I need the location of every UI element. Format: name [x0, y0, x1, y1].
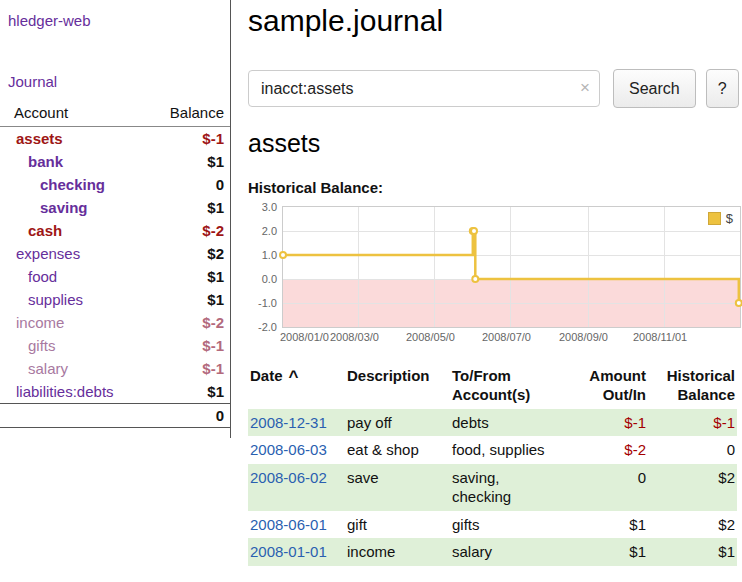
account-balance: $1	[150, 265, 230, 288]
balance-chart: 3.0 2.0 1.0 0.0 -1.0 -2.0	[282, 206, 741, 349]
account-link-liabilities-debts[interactable]: liabilities:debts	[16, 383, 114, 400]
x-tick: 2008/03/0	[330, 331, 379, 343]
account-row: saving$1	[0, 196, 230, 219]
amount-cell: $1	[562, 538, 648, 566]
balance-cell: $1	[648, 538, 737, 566]
accounts-cell: gifts	[450, 511, 562, 539]
account-link-food[interactable]: food	[28, 268, 57, 285]
account-row: cash$-2	[0, 219, 230, 242]
x-tick: 2008/07/0	[482, 331, 531, 343]
account-balance: $-1	[150, 357, 230, 380]
register-row: 2008-12-31 pay off debts $-1 $-1	[248, 409, 737, 437]
account-link-saving[interactable]: saving	[40, 199, 88, 216]
accounts-cell: saving, checking	[450, 464, 562, 511]
x-tick: 2008/05/0	[406, 331, 455, 343]
sidebar-item-journal[interactable]: Journal	[0, 73, 65, 90]
clear-search-icon[interactable]: ×	[580, 78, 590, 98]
account-balance: $-1	[150, 334, 230, 357]
account-link-cash[interactable]: cash	[28, 222, 62, 239]
amount-cell: $-1	[562, 409, 648, 437]
register-row: 2008-06-01 gift gifts $1 $2	[248, 511, 737, 539]
account-link-salary[interactable]: salary	[28, 360, 68, 377]
accounts-total: 0	[150, 404, 230, 428]
account-row: liabilities:debts$1	[0, 380, 230, 404]
search-input[interactable]	[248, 70, 600, 107]
app: hledger-web Journal Account Balance asse…	[0, 0, 742, 566]
register-header-date[interactable]: Date^	[248, 365, 345, 409]
balance-cell: 0	[648, 436, 737, 464]
sidebar: hledger-web Journal Account Balance asse…	[0, 0, 231, 438]
x-tick: 2008/01/0	[280, 331, 329, 343]
account-balance: $1	[150, 196, 230, 219]
accounts-table: Account Balance assets$-1 bank$1 checkin…	[0, 102, 230, 428]
y-tick: 0.0	[245, 273, 277, 285]
amount-cell: $-2	[562, 436, 648, 464]
account-link-income[interactable]: income	[16, 314, 64, 331]
chart-title: Historical Balance:	[248, 179, 742, 196]
account-row: food$1	[0, 265, 230, 288]
balance-chart-svg	[283, 207, 740, 327]
accounts-total-row: 0	[0, 404, 230, 428]
help-button[interactable]: ?	[706, 69, 739, 108]
accounts-header-balance: Balance	[150, 102, 230, 127]
account-row: checking0	[0, 173, 230, 196]
account-balance: 0	[150, 173, 230, 196]
accounts-cell: food, supplies	[450, 436, 562, 464]
account-link-assets[interactable]: assets	[16, 130, 63, 147]
legend-swatch	[708, 212, 721, 225]
account-row: salary$-1	[0, 357, 230, 380]
account-balance: $1	[150, 150, 230, 173]
description-cell: save	[345, 464, 450, 511]
register-table: Date^ Description To/From Account(s) Amo…	[248, 365, 737, 566]
search-input-wrap: ×	[248, 70, 600, 107]
legend-label: $	[726, 211, 733, 226]
page-title: sample.journal	[248, 4, 742, 38]
date-link[interactable]: 2008-06-01	[250, 516, 327, 533]
description-cell: income	[345, 538, 450, 566]
account-row: supplies$1	[0, 288, 230, 311]
date-link[interactable]: 2008-12-31	[250, 414, 327, 431]
account-link-supplies[interactable]: supplies	[28, 291, 83, 308]
register-header-balance: Historical Balance	[648, 365, 737, 409]
account-heading: assets	[248, 129, 742, 158]
accounts-header-account: Account	[0, 102, 150, 127]
account-row: income$-2	[0, 311, 230, 334]
brand-link[interactable]: hledger-web	[0, 10, 99, 29]
account-balance: $-2	[150, 219, 230, 242]
account-balance: $1	[150, 380, 230, 404]
balance-cell: $2	[648, 511, 737, 539]
balance-cell: $-1	[648, 409, 737, 437]
x-tick: 2008/09/0	[559, 331, 608, 343]
register-header-description: Description	[345, 365, 450, 409]
x-tick: 2008/11/01	[633, 331, 687, 343]
account-link-expenses[interactable]: expenses	[16, 245, 80, 262]
y-tick: 3.0	[245, 201, 277, 213]
chart-legend: $	[705, 210, 736, 227]
amount-cell: $1	[562, 511, 648, 539]
description-cell: gift	[345, 511, 450, 539]
description-cell: eat & shop	[345, 436, 450, 464]
account-row: bank$1	[0, 150, 230, 173]
account-row: assets$-1	[0, 127, 230, 151]
y-tick: -1.0	[245, 297, 277, 309]
y-tick: 2.0	[245, 225, 277, 237]
chart-plot-area: 3.0 2.0 1.0 0.0 -1.0 -2.0	[282, 206, 741, 328]
register-header-row: Date^ Description To/From Account(s) Amo…	[248, 365, 737, 409]
date-link[interactable]: 2008-06-03	[250, 441, 327, 458]
account-balance: $1	[150, 288, 230, 311]
register-row: 2008-06-02 save saving, checking 0 $2	[248, 464, 737, 511]
search-bar: × Search ?	[248, 69, 742, 108]
account-balance: $2	[150, 242, 230, 265]
y-tick: -2.0	[245, 321, 277, 333]
register-row: 2008-01-01 income salary $1 $1	[248, 538, 737, 566]
date-link[interactable]: 2008-01-01	[250, 543, 327, 560]
chart-x-axis: 2008/01/0 2008/03/0 2008/05/0 2008/07/0 …	[282, 331, 741, 349]
register-header-accounts: To/From Account(s)	[450, 365, 562, 409]
account-link-gifts[interactable]: gifts	[28, 337, 56, 354]
search-button[interactable]: Search	[613, 69, 696, 108]
account-link-bank[interactable]: bank	[28, 153, 63, 170]
date-link[interactable]: 2008-06-02	[250, 469, 327, 486]
account-link-checking[interactable]: checking	[40, 176, 105, 193]
account-row: expenses$2	[0, 242, 230, 265]
main-content: sample.journal × Search ? assets Histori…	[231, 0, 742, 566]
